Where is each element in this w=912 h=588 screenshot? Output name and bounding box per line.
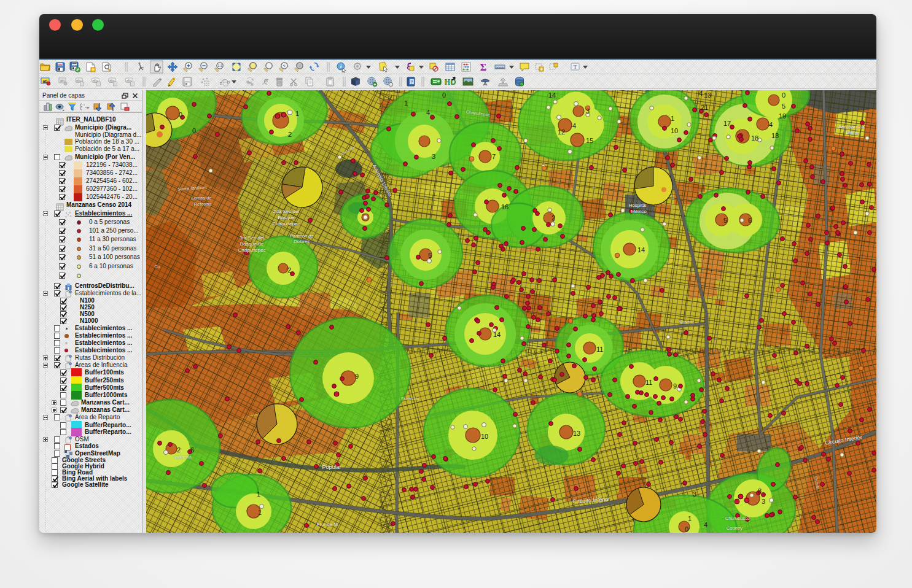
- svg-text:abc: abc: [76, 79, 82, 82]
- svg-text:abc: abc: [109, 79, 115, 82]
- svg-text:T: T: [574, 64, 577, 70]
- svg-text:ab: ab: [60, 79, 65, 83]
- svg-text:Σ: Σ: [480, 62, 486, 72]
- svg-text:abc: abc: [127, 79, 133, 82]
- svg-text:ℍD: ℍD: [445, 78, 456, 87]
- svg-text:?: ?: [410, 80, 413, 84]
- svg-text:abc: abc: [93, 79, 99, 82]
- svg-text:1:1: 1:1: [217, 64, 222, 68]
